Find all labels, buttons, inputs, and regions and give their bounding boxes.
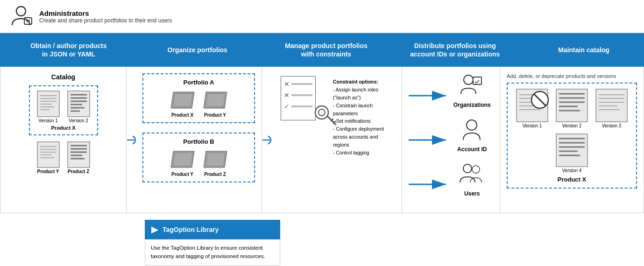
- version1-icon: [35, 90, 61, 118]
- catalog-product-z-icon: [66, 141, 92, 169]
- portfolio-b-box: Portfolio B Product Y: [142, 133, 255, 182]
- arrow-1-2: [127, 67, 136, 213]
- portfolio-a-title: Portfolio A: [148, 79, 249, 86]
- constraint-option-4: - Configure deployment: [333, 125, 392, 133]
- maintain-product-x-label: Product X: [512, 176, 631, 183]
- tagoption-title: TagOption Library: [163, 226, 219, 233]
- tagoption-container: ▶ TagOption Library Use the TagOption Li…: [145, 220, 280, 266]
- users-label: Users: [464, 190, 480, 197]
- constraint-doc-paper: ✕ ✕ ✓: [281, 76, 316, 120]
- tagoption-header-row: ▶ TagOption Library: [145, 220, 280, 239]
- users-icon: [458, 162, 486, 188]
- svg-point-51: [472, 166, 480, 173]
- catalog-section: Catalog: [0, 67, 127, 213]
- banner-item-1: Obtain / author products in JSON or YAML: [0, 33, 128, 67]
- manage-section: ✕ ✕ ✓: [271, 67, 402, 213]
- portfolio-a-product-x-label: Product X: [171, 112, 193, 118]
- version2-label: Version 2: [69, 118, 88, 123]
- admin-icon: [9, 5, 33, 28]
- process-banner: Obtain / author products in JSON or YAML…: [0, 33, 644, 67]
- version2-item: Version 2: [66, 90, 92, 123]
- maintain-version2-label: Version 2: [562, 123, 582, 128]
- catalog-product-y: Product Y: [35, 141, 61, 174]
- portfolio-b-product-y-icon: [169, 149, 197, 170]
- portfolio-b-title: Portfolio B: [148, 138, 249, 145]
- cross-icon-2: ✕: [284, 91, 290, 99]
- check-icon: ✓: [284, 103, 290, 110]
- dist-arrow-2: [409, 133, 451, 147]
- constraint-doc-visual: ✕ ✕ ✓: [281, 76, 327, 120]
- portfolio-a-product-x: Product X: [169, 90, 197, 118]
- tagoption-area: ▶ TagOption Library Use the TagOption Li…: [0, 213, 644, 266]
- catalog-product-z-label: Product Z: [68, 169, 90, 174]
- maintain-products-box: Version 1 Version 2: [507, 83, 637, 189]
- portfolio-a-product-y-label: Product Y: [204, 112, 226, 118]
- banner-item-4: Distribute portfolios using account IDs …: [386, 33, 514, 67]
- svg-point-37: [318, 109, 325, 116]
- organizations-label: Organizations: [453, 102, 491, 108]
- dist-arrow-3: [409, 177, 451, 191]
- maintain-version4-icon: [554, 133, 589, 168]
- organizations-icon: [459, 73, 485, 99]
- svg-point-50: [463, 164, 472, 173]
- constraint-option-5: across accounts and regions: [333, 133, 392, 149]
- banner-item-3: Manage product portfolios with constrain…: [258, 33, 386, 67]
- maintain-version2: Version 2: [554, 88, 589, 128]
- organizations-item: Organizations: [453, 73, 491, 108]
- catalog-product-y-label: Product Y: [37, 169, 59, 174]
- key-icon: [313, 104, 337, 127]
- tagoption-header: ▶ TagOption Library: [145, 220, 280, 239]
- constraint-option-1: - Assign launch roles ("launch as"): [333, 86, 392, 102]
- portfolio-b-product-y-label: Product Y: [171, 172, 193, 177]
- banner-item-5: Maintain catalog: [515, 33, 643, 67]
- catalog-title: Catalog: [7, 73, 120, 81]
- catalog-product-yz: Product Y Product Z: [35, 141, 92, 174]
- arrow-2-3: [262, 67, 271, 213]
- admin-text-block: Administrators Create and share product …: [39, 9, 172, 24]
- maintain-version4-label: Version 4: [562, 168, 582, 173]
- svg-point-47: [464, 75, 473, 84]
- constraint-option-3: - Set notifications: [333, 117, 392, 125]
- catalog-product-z: Product Z: [66, 141, 92, 174]
- distribute-section: Organizations Account ID Users: [402, 67, 500, 213]
- account-id-item: Account ID: [457, 118, 487, 153]
- tagoption-body: Use the TagOption Library to ensure cons…: [145, 239, 280, 266]
- arrow-right-icon-2: [262, 131, 271, 149]
- catalog-product-y-icon: [35, 141, 61, 169]
- portfolio-b-product-z-label: Product Z: [204, 172, 226, 177]
- maintain-note: Add, delete, or deprecate products and v…: [507, 73, 637, 79]
- account-id-icon: [461, 118, 482, 143]
- tagoption-arrow-icon: ▶: [151, 224, 158, 235]
- portfolios-section: Portfolio A Product X: [136, 67, 262, 213]
- maintain-section: Add, delete, or deprecate products and v…: [500, 67, 644, 213]
- version1-item: Version 1: [35, 90, 61, 123]
- maintain-version1: Version 1: [515, 88, 550, 128]
- portfolio-a-box: Portfolio A Product X: [142, 73, 255, 123]
- maintain-version4: Version 4: [554, 133, 589, 173]
- maintain-version1-icon: [515, 88, 550, 123]
- product-x-label: Product X: [35, 125, 92, 131]
- constraint-option-6: - Control tagging: [333, 149, 392, 157]
- constraint-options-text: Constraint options: - Assign launch role…: [333, 76, 392, 156]
- distribute-targets: Organizations Account ID Users: [451, 73, 494, 206]
- svg-marker-31: [206, 94, 225, 106]
- header: Administrators Create and share product …: [0, 0, 644, 33]
- arrow-right-icon-1: [127, 131, 136, 149]
- portfolio-b-products: Product Y Product Z: [148, 149, 249, 177]
- distribute-arrows: [409, 73, 451, 206]
- portfolio-b-product-y: Product Y: [169, 149, 197, 177]
- version2-icon: [66, 90, 92, 118]
- maintain-version3-label: Version 3: [602, 123, 622, 128]
- version1-label: Version 1: [38, 118, 58, 123]
- users-item: Users: [458, 162, 486, 197]
- admin-subtitle: Create and share product portfolios to t…: [39, 17, 172, 24]
- constraint-option-2: - Constrain launch parameters: [333, 102, 392, 118]
- portfolio-a-product-y-icon: [201, 90, 229, 111]
- maintain-version2-icon: [554, 88, 589, 123]
- portfolio-a-products: Product X Product Y: [148, 90, 249, 118]
- svg-point-36: [315, 106, 328, 119]
- maintain-version3: Version 3: [594, 88, 629, 128]
- portfolio-b-product-z-icon: [201, 149, 229, 170]
- catalog-product-x-box: Version 1 Version 2: [29, 85, 98, 135]
- admin-title: Administrators: [39, 9, 172, 17]
